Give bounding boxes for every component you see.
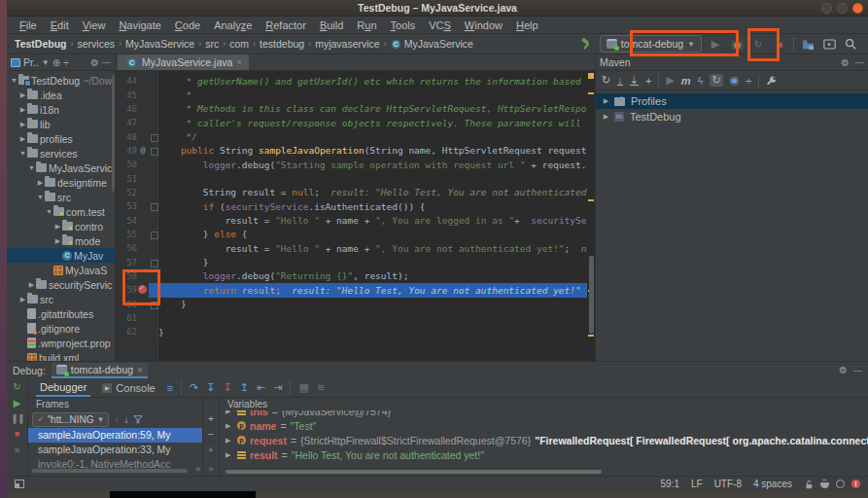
tree-item-profiles[interactable]: ▶profiles bbox=[7, 131, 115, 146]
prev-frame-icon[interactable]: ↑ bbox=[114, 414, 119, 425]
code-line-49[interactable]: 49@ public String sampleJavaOperation(St… bbox=[116, 144, 587, 158]
breadcrumb-item[interactable]: TestDebug bbox=[13, 38, 68, 50]
tree-item-src[interactable]: ▼src bbox=[7, 190, 115, 204]
line-number[interactable]: 53 bbox=[116, 201, 137, 211]
close-tab-icon[interactable]: × bbox=[236, 57, 241, 67]
tree-expand-icon[interactable]: ▶ bbox=[18, 121, 27, 128]
tree-expand-icon[interactable]: ▶ bbox=[18, 91, 27, 99]
search-everywhere-icon[interactable] bbox=[843, 36, 858, 52]
tree-item--gitignore[interactable]: .gitignore bbox=[7, 321, 115, 336]
tree-item-lib[interactable]: ▶lib bbox=[7, 117, 115, 131]
tree-item-services[interactable]: ▼services bbox=[7, 146, 115, 160]
force-step-into-icon[interactable]: ↧ bbox=[224, 381, 232, 394]
maven-sources-icon[interactable]: ↓ bbox=[617, 75, 623, 86]
titlebar[interactable]: TestDebug – MyJavaService.java bbox=[7, 0, 868, 17]
run-to-cursor-icon[interactable]: ⇥ bbox=[273, 381, 282, 394]
code-line-58[interactable]: 58 logger.debug("Returning {}", result); bbox=[116, 269, 587, 283]
menu-refactor[interactable]: Refactor bbox=[259, 19, 313, 31]
line-number[interactable]: 52 bbox=[116, 188, 137, 197]
view-options-icon[interactable]: ≋ bbox=[317, 381, 326, 394]
maven-skip-tests-icon[interactable]: ↻ bbox=[710, 74, 722, 87]
step-over-icon[interactable]: ↷ bbox=[190, 381, 198, 394]
indent-style[interactable]: 4 spaces bbox=[753, 479, 792, 489]
variable-row-this[interactable]: ▶this = {MyJavaService@7574} bbox=[220, 410, 868, 418]
tree-expand-icon[interactable]: ▶ bbox=[36, 179, 45, 187]
next-frame-icon[interactable]: ↓ bbox=[123, 414, 128, 425]
tree-expand-icon[interactable]: ▶ bbox=[226, 451, 233, 459]
code-line-55[interactable]: 55 } else { bbox=[116, 228, 587, 241]
maven-add-icon[interactable]: + bbox=[645, 75, 651, 87]
variable-row-result[interactable]: ▶result = "Hello Test, You are not authe… bbox=[220, 447, 868, 462]
line-number[interactable]: 49 bbox=[116, 146, 137, 156]
move-up-icon[interactable]: ▲ bbox=[207, 445, 215, 453]
notifications-icon[interactable] bbox=[836, 480, 845, 488]
line-separator[interactable]: LF bbox=[691, 479, 703, 489]
thread-selector[interactable]: ✓ "htt...NING ▼ bbox=[32, 412, 109, 427]
maven-offline-icon[interactable]: ◉ bbox=[730, 74, 740, 87]
tree-item-src[interactable]: ▶src bbox=[7, 292, 115, 306]
tab-console[interactable]: ▶ Console bbox=[98, 378, 158, 397]
maven-execute-goal-icon[interactable]: m bbox=[681, 75, 691, 87]
tree-item-myjav[interactable]: CMyJav bbox=[7, 248, 115, 263]
resume-icon[interactable]: ▶ bbox=[14, 398, 21, 409]
line-number[interactable]: 55 bbox=[116, 230, 137, 239]
tree-expand-icon[interactable]: ▶ bbox=[53, 223, 62, 231]
line-number[interactable]: 50 bbox=[116, 160, 137, 169]
menu-view[interactable]: View bbox=[76, 19, 113, 31]
tree-collapse-icon[interactable]: ▼ bbox=[36, 194, 45, 200]
warning-mark[interactable] bbox=[588, 199, 594, 201]
tree-expand-icon[interactable]: ▶ bbox=[27, 281, 36, 289]
error-indicator-icon[interactable]: ! bbox=[851, 480, 860, 488]
more-icon[interactable]: » bbox=[208, 464, 213, 474]
build-hammer-icon[interactable] bbox=[578, 36, 594, 52]
code-line-52[interactable]: 52 String result = null; result: "Hello … bbox=[116, 186, 587, 199]
maven-download-icon[interactable]: ⇣ bbox=[630, 75, 639, 86]
code-line-47[interactable]: 47 * caller's request/response objects r… bbox=[116, 116, 587, 129]
code-line-45[interactable]: 45 * bbox=[116, 88, 587, 101]
hide-panel-icon[interactable]: — bbox=[102, 57, 111, 67]
maven-settings-wrench-icon[interactable] bbox=[766, 75, 777, 86]
project-scrollbar[interactable] bbox=[112, 75, 115, 192]
breadcrumb-item[interactable]: testdebug bbox=[258, 38, 306, 50]
chevron-down-icon[interactable]: ▼ bbox=[42, 58, 50, 67]
tree-item-myjavaservic[interactable]: ▼MyJavaServic bbox=[7, 160, 115, 175]
run-anything-icon[interactable] bbox=[821, 36, 837, 52]
line-number[interactable]: 46 bbox=[116, 104, 137, 114]
tree-expand-icon[interactable]: ▶ bbox=[226, 437, 233, 445]
variables-scrollbar[interactable] bbox=[226, 470, 602, 474]
maven-item-profiles[interactable]: ▶Profiles bbox=[596, 93, 868, 109]
line-number[interactable]: 57 bbox=[116, 258, 137, 267]
tree-collapse-icon[interactable]: ▼ bbox=[45, 208, 53, 215]
tree-expand-icon[interactable]: ▶ bbox=[226, 410, 233, 415]
code-line-50[interactable]: 50 logger.debug("Starting sample operati… bbox=[116, 158, 587, 171]
file-encoding[interactable]: UTF-8 bbox=[714, 479, 742, 489]
gear-icon[interactable]: ⚙ bbox=[841, 57, 850, 68]
tree-item-designtime[interactable]: ▶designtime bbox=[7, 175, 115, 190]
frame-row[interactable]: sampleJavaOperation:33, My bbox=[28, 443, 202, 457]
editor-error-stripe[interactable] bbox=[587, 71, 595, 361]
tree-item--gitattributes[interactable]: .gitattributes bbox=[7, 306, 115, 321]
tree-expand-icon[interactable]: ▶ bbox=[18, 135, 27, 143]
menu-edit[interactable]: Edit bbox=[44, 19, 76, 31]
breadcrumb-item[interactable]: MyJavaService bbox=[402, 38, 475, 50]
tree-item-contro[interactable]: ▶contro bbox=[7, 219, 115, 233]
close-button[interactable] bbox=[852, 3, 863, 14]
close-tab-icon[interactable]: × bbox=[137, 364, 143, 375]
code-line-48[interactable]: 48 */ bbox=[116, 129, 587, 143]
hide-panel-icon[interactable]: — bbox=[853, 366, 862, 375]
tab-debugger[interactable]: Debugger bbox=[36, 378, 90, 397]
evaluate-expression-icon[interactable]: ▦ bbox=[298, 381, 308, 394]
locate-icon[interactable]: ⊕ bbox=[52, 57, 60, 68]
maven-plugin-icon[interactable]: ϟ bbox=[698, 75, 704, 87]
line-number[interactable]: 44 bbox=[116, 76, 137, 86]
menu-tools[interactable]: Tools bbox=[384, 19, 423, 31]
code-line-53[interactable]: 53 if (securityService.isAuthenticated()… bbox=[116, 199, 587, 213]
code-line-51[interactable]: 51 bbox=[116, 171, 587, 185]
toolwindow-toggle-icon[interactable] bbox=[15, 480, 24, 488]
breadcrumb-item[interactable]: services bbox=[75, 38, 117, 50]
warning-mark[interactable] bbox=[588, 92, 594, 94]
line-number[interactable]: 45 bbox=[116, 90, 137, 100]
menu-help[interactable]: Help bbox=[509, 19, 545, 31]
code-line-57[interactable]: 57 } bbox=[116, 255, 587, 268]
hide-panel-icon[interactable]: — bbox=[855, 57, 864, 67]
